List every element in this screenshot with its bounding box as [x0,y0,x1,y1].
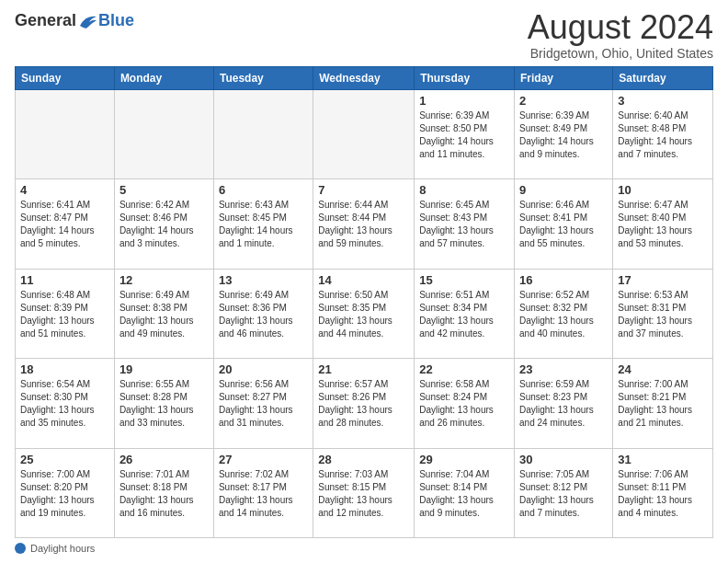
calendar-cell: 31Sunrise: 7:06 AM Sunset: 8:11 PM Dayli… [613,448,713,537]
day-number: 28 [318,453,409,466]
day-number: 8 [419,183,509,197]
day-number: 1 [419,94,509,108]
calendar-cell: 26Sunrise: 7:01 AM Sunset: 8:18 PM Dayli… [114,448,213,537]
calendar-week-1: 4Sunrise: 6:41 AM Sunset: 8:47 PM Daylig… [16,179,713,269]
header-row: Sunday Monday Tuesday Wednesday Thursday… [16,67,713,90]
calendar-cell: 12Sunrise: 6:49 AM Sunset: 8:38 PM Dayli… [114,269,213,358]
day-info: Sunrise: 7:00 AM Sunset: 8:21 PM Dayligh… [618,378,708,430]
day-info: Sunrise: 7:05 AM Sunset: 8:12 PM Dayligh… [519,468,608,520]
calendar-cell: 9Sunrise: 6:46 AM Sunset: 8:41 PM Daylig… [515,179,613,269]
calendar-cell: 1Sunrise: 6:39 AM Sunset: 8:50 PM Daylig… [415,90,515,179]
day-info: Sunrise: 6:52 AM Sunset: 8:32 PM Dayligh… [519,289,608,340]
calendar-cell: 17Sunrise: 6:53 AM Sunset: 8:31 PM Dayli… [613,269,713,358]
calendar-cell [313,90,415,179]
calendar-cell: 10Sunrise: 6:47 AM Sunset: 8:40 PM Dayli… [613,179,713,269]
day-number: 21 [318,362,409,376]
calendar-cell: 20Sunrise: 6:56 AM Sunset: 8:27 PM Dayli… [213,359,313,448]
calendar-cell: 18Sunrise: 6:54 AM Sunset: 8:30 PM Dayli… [16,359,115,448]
calendar-cell: 2Sunrise: 6:39 AM Sunset: 8:49 PM Daylig… [515,90,613,179]
day-info: Sunrise: 6:59 AM Sunset: 8:23 PM Dayligh… [519,378,608,430]
title-section: August 2024 Bridgetown, Ohio, United Sta… [528,11,713,61]
day-info: Sunrise: 7:02 AM Sunset: 8:17 PM Dayligh… [219,468,308,520]
day-number: 20 [219,362,308,376]
col-saturday: Saturday [613,67,713,90]
col-monday: Monday [114,67,213,90]
subtitle: Bridgetown, Ohio, United States [528,46,713,61]
day-number: 31 [618,453,708,466]
calendar-week-0: 1Sunrise: 6:39 AM Sunset: 8:50 PM Daylig… [16,90,713,179]
footer: Daylight hours [15,543,713,554]
day-info: Sunrise: 6:57 AM Sunset: 8:26 PM Dayligh… [318,378,409,430]
calendar-cell [16,90,115,179]
day-number: 19 [119,362,209,376]
day-info: Sunrise: 6:49 AM Sunset: 8:38 PM Dayligh… [119,289,209,340]
calendar-cell: 19Sunrise: 6:55 AM Sunset: 8:28 PM Dayli… [114,359,213,448]
day-number: 14 [318,273,409,287]
day-info: Sunrise: 6:39 AM Sunset: 8:50 PM Dayligh… [419,109,509,161]
day-info: Sunrise: 6:54 AM Sunset: 8:30 PM Dayligh… [20,378,109,430]
day-number: 16 [519,273,608,287]
calendar-cell: 11Sunrise: 6:48 AM Sunset: 8:39 PM Dayli… [16,269,115,358]
logo-blue: Blue [98,11,134,30]
day-number: 7 [318,183,409,197]
day-number: 12 [119,273,209,287]
day-number: 3 [618,94,708,108]
day-number: 6 [219,183,308,197]
day-info: Sunrise: 7:04 AM Sunset: 8:14 PM Dayligh… [419,468,509,520]
day-info: Sunrise: 6:39 AM Sunset: 8:49 PM Dayligh… [519,109,608,161]
logo-text: General Blue [15,11,134,30]
col-thursday: Thursday [415,67,515,90]
page: General Blue August 2024 Bridgetown, Ohi… [0,0,728,563]
calendar-cell [114,90,213,179]
col-sunday: Sunday [16,67,115,90]
day-info: Sunrise: 6:50 AM Sunset: 8:35 PM Dayligh… [318,289,409,340]
calendar-cell: 28Sunrise: 7:03 AM Sunset: 8:15 PM Dayli… [313,448,415,537]
day-info: Sunrise: 6:47 AM Sunset: 8:40 PM Dayligh… [618,199,708,250]
day-number: 2 [519,94,608,108]
logo-general: General [15,11,76,30]
day-number: 15 [419,273,509,287]
calendar-cell: 16Sunrise: 6:52 AM Sunset: 8:32 PM Dayli… [515,269,613,358]
calendar-cell: 29Sunrise: 7:04 AM Sunset: 8:14 PM Dayli… [415,448,515,537]
day-info: Sunrise: 7:00 AM Sunset: 8:20 PM Dayligh… [20,468,109,520]
day-info: Sunrise: 6:46 AM Sunset: 8:41 PM Dayligh… [519,199,608,250]
day-number: 30 [519,453,608,466]
calendar-cell: 4Sunrise: 6:41 AM Sunset: 8:47 PM Daylig… [16,179,115,269]
day-number: 25 [20,453,109,466]
day-info: Sunrise: 6:51 AM Sunset: 8:34 PM Dayligh… [419,289,509,340]
calendar-cell: 6Sunrise: 6:43 AM Sunset: 8:45 PM Daylig… [213,179,313,269]
day-number: 10 [618,183,708,197]
calendar-cell: 23Sunrise: 6:59 AM Sunset: 8:23 PM Dayli… [515,359,613,448]
day-number: 29 [419,453,509,466]
daylight-dot [15,543,26,554]
day-info: Sunrise: 6:42 AM Sunset: 8:46 PM Dayligh… [119,199,209,250]
day-info: Sunrise: 7:01 AM Sunset: 8:18 PM Dayligh… [119,468,209,520]
day-number: 5 [119,183,209,197]
calendar-cell: 25Sunrise: 7:00 AM Sunset: 8:20 PM Dayli… [16,448,115,537]
day-info: Sunrise: 6:48 AM Sunset: 8:39 PM Dayligh… [20,289,109,340]
day-info: Sunrise: 6:43 AM Sunset: 8:45 PM Dayligh… [219,199,308,250]
calendar-cell: 8Sunrise: 6:45 AM Sunset: 8:43 PM Daylig… [415,179,515,269]
calendar-week-2: 11Sunrise: 6:48 AM Sunset: 8:39 PM Dayli… [16,269,713,358]
day-info: Sunrise: 6:55 AM Sunset: 8:28 PM Dayligh… [119,378,209,430]
day-number: 9 [519,183,608,197]
calendar-cell: 27Sunrise: 7:02 AM Sunset: 8:17 PM Dayli… [213,448,313,537]
day-info: Sunrise: 6:40 AM Sunset: 8:48 PM Dayligh… [618,109,708,161]
calendar-cell: 24Sunrise: 7:00 AM Sunset: 8:21 PM Dayli… [613,359,713,448]
calendar-cell: 3Sunrise: 6:40 AM Sunset: 8:48 PM Daylig… [613,90,713,179]
calendar-table: Sunday Monday Tuesday Wednesday Thursday… [15,66,713,538]
col-friday: Friday [515,67,613,90]
calendar-cell: 30Sunrise: 7:05 AM Sunset: 8:12 PM Dayli… [515,448,613,537]
calendar-cell [213,90,313,179]
calendar-cell: 7Sunrise: 6:44 AM Sunset: 8:44 PM Daylig… [313,179,415,269]
top-section: General Blue August 2024 Bridgetown, Ohi… [15,11,713,61]
day-number: 4 [20,183,109,197]
day-info: Sunrise: 6:41 AM Sunset: 8:47 PM Dayligh… [20,199,109,250]
day-info: Sunrise: 6:53 AM Sunset: 8:31 PM Dayligh… [618,289,708,340]
day-number: 24 [618,362,708,376]
col-wednesday: Wednesday [313,67,415,90]
day-number: 13 [219,273,308,287]
day-number: 23 [519,362,608,376]
day-info: Sunrise: 6:58 AM Sunset: 8:24 PM Dayligh… [419,378,509,430]
calendar-week-4: 25Sunrise: 7:00 AM Sunset: 8:20 PM Dayli… [16,448,713,537]
